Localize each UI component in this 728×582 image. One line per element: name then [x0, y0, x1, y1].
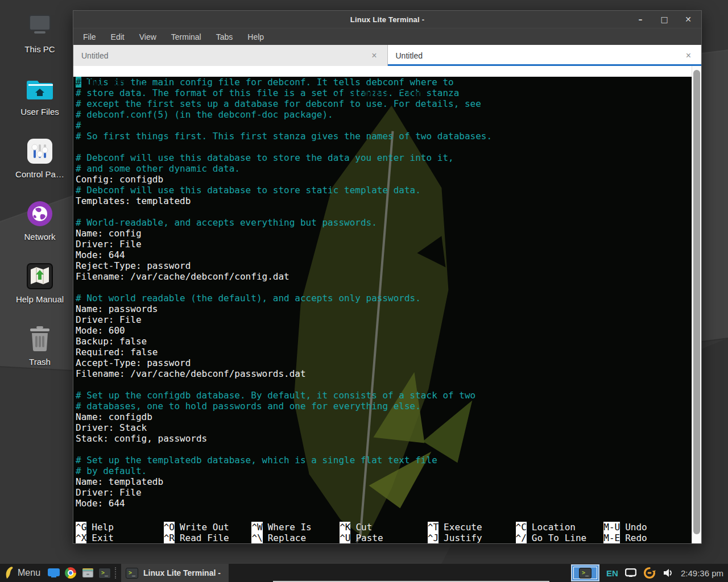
keyboard-layout-indicator[interactable]: EN	[606, 568, 618, 578]
clock[interactable]: 2:49:36 pm	[681, 568, 723, 578]
scrollbar-thumb[interactable]	[693, 70, 700, 534]
network-globe-icon	[25, 199, 55, 228]
terminal-line: Name: templatedb	[76, 476, 692, 487]
menu-edit[interactable]: Edit	[111, 32, 125, 41]
menu-tabs[interactable]: Tabs	[216, 32, 233, 41]
terminal-line: # databases, one to hold passwords and o…	[76, 401, 692, 411]
menu-label: Menu	[18, 568, 40, 578]
terminal-line: Config: configdb	[76, 174, 692, 185]
nano-shortcut: M-UUndo	[603, 522, 692, 533]
system-tray: >_ EN 2:49:36 pm	[571, 564, 728, 582]
terminal-line: # except the first sets up a database fo…	[76, 98, 692, 109]
maximize-button[interactable]: □	[659, 11, 669, 28]
taskbar: Menu >_ >_ Linux Lite Terminal -	[0, 564, 728, 582]
terminal-line	[76, 206, 692, 217]
desktop-icon-network[interactable]: Network	[5, 199, 75, 261]
terminal-line: Backup: false	[76, 336, 692, 347]
desktop-icon-control-panel[interactable]: Control Pa…	[5, 136, 75, 199]
menu-help[interactable]: Help	[247, 32, 264, 41]
terminal-line: Driver: File	[76, 314, 692, 325]
nano-shortcut: ^\Replace	[251, 533, 340, 543]
terminal-line: # by default.	[76, 465, 692, 476]
desktop-icon	[48, 568, 60, 577]
terminal-line: Driver: File	[76, 239, 692, 250]
terminal-line	[76, 444, 692, 455]
terminal-line: # debconf.conf(5) (in the debconf-doc pa…	[76, 109, 692, 120]
nano-shortcut: ^KCut	[340, 522, 428, 533]
terminal-line: Templates: templatedb	[76, 196, 692, 206]
updates-available-icon[interactable]	[643, 567, 656, 579]
nano-shortcut: ^RRead File	[164, 533, 252, 543]
menu-terminal[interactable]: Terminal	[171, 32, 201, 41]
terminal-line	[76, 282, 692, 293]
menu-view[interactable]: View	[139, 32, 156, 41]
minimize-button[interactable]: –	[635, 11, 646, 28]
terminal-icon: >_	[98, 568, 111, 579]
desktop-icon-label: Network	[24, 232, 55, 242]
terminal-line	[76, 379, 692, 390]
terminal-line: Driver: Stack	[76, 422, 692, 433]
taskbar-separator	[115, 567, 119, 579]
tab-close-icon[interactable]: ×	[684, 50, 693, 61]
tab-untitled-1[interactable]: Untitled ×	[73, 45, 387, 66]
window-titlebar[interactable]: Linux Lite Terminal - – □ ✕	[73, 11, 701, 28]
nano-shortcut: ^XExit	[76, 533, 164, 543]
terminal-screen[interactable]: GNU nano 7.2 /etc/debconf.conf # This is…	[73, 66, 692, 543]
nano-shortcut: M-ERedo	[603, 533, 692, 543]
terminal-line: # Set up the configdb database. By defau…	[76, 390, 692, 401]
terminal-line: Filename: /var/cache/debconf/config.dat	[76, 271, 692, 282]
nano-shortcut: ^WWhere Is	[251, 522, 340, 533]
start-menu-button[interactable]: Menu	[0, 564, 45, 582]
chrome-launcher[interactable]	[62, 564, 79, 582]
desktop-icon-trash[interactable]: Trash	[5, 324, 75, 386]
terminal-line: # Debconf will use this database to stor…	[76, 152, 692, 163]
linux-lite-logo-icon	[5, 567, 14, 579]
close-button[interactable]: ✕	[683, 11, 693, 28]
terminal-launcher[interactable]: >_	[96, 564, 113, 582]
terminal-icon: >_	[126, 568, 138, 579]
nano-shortcut: ^TExecute	[428, 522, 516, 533]
terminal-icon: >_	[579, 568, 592, 579]
help-manual-map-icon	[25, 261, 55, 291]
file-manager-launcher[interactable]	[79, 564, 96, 582]
nano-lines: # This is the main config file for debco…	[73, 77, 692, 509]
display-settings-icon[interactable]	[625, 568, 636, 577]
terminal-line: # World-readable, and accepts everything…	[76, 217, 692, 228]
desktop-icon-this-pc[interactable]: This PC	[5, 11, 75, 74]
desktop-icon-user-files[interactable]: User Files	[5, 74, 75, 136]
nano-shortcut: ^GHelp	[76, 522, 164, 533]
terminal-line: # Debconf will use this database to stor…	[76, 185, 692, 196]
user-files-folder-icon	[25, 74, 55, 103]
menu-file[interactable]: File	[83, 32, 96, 41]
tab-label: Untitled	[396, 51, 423, 60]
terminal-line: Stack: config, passwords	[76, 433, 692, 444]
scrollbar-track[interactable]	[692, 66, 701, 543]
taskbar-window-button[interactable]: >_ Linux Lite Terminal -	[121, 564, 229, 582]
window-controls: – □ ✕	[635, 11, 693, 28]
tray-terminal-indicator[interactable]: >_	[571, 564, 599, 581]
terminal-line	[76, 142, 692, 152]
trash-can-icon	[25, 324, 55, 354]
show-desktop-button[interactable]	[45, 564, 62, 582]
nano-shortcut: ^UPaste	[340, 533, 428, 543]
nano-shortcut: ^CLocation	[516, 522, 604, 533]
nano-title-bar: GNU nano 7.2 /etc/debconf.conf	[73, 66, 692, 77]
tab-close-icon[interactable]: ×	[369, 50, 379, 61]
desktop-icon-label: Control Pa…	[15, 169, 64, 179]
tab-untitled-2[interactable]: Untitled ×	[387, 45, 702, 66]
terminal-line: Accept-Type: password	[76, 357, 692, 368]
control-panel-sliders-icon	[25, 136, 55, 166]
terminal-line: Mode: 644	[76, 498, 692, 509]
desktop-icon-help-manual[interactable]: Help Manual	[5, 261, 75, 324]
nano-version: GNU nano 7.2	[76, 77, 152, 88]
terminal-window: Linux Lite Terminal - – □ ✕ File Edit Vi…	[73, 10, 702, 544]
terminal-line: #	[76, 120, 692, 131]
volume-icon[interactable]	[663, 568, 674, 578]
desktop-icon-label: User Files	[20, 107, 59, 117]
terminal-body: GNU nano 7.2 /etc/debconf.conf # This is…	[73, 66, 701, 543]
chrome-icon	[65, 567, 76, 579]
desktop-icon-column: This PC User Files	[5, 11, 75, 386]
taskbar-window-title: Linux Lite Terminal -	[143, 568, 221, 577]
desktop-icon-label: Trash	[29, 357, 51, 367]
nano-shortcut: ^OWrite Out	[164, 522, 252, 533]
